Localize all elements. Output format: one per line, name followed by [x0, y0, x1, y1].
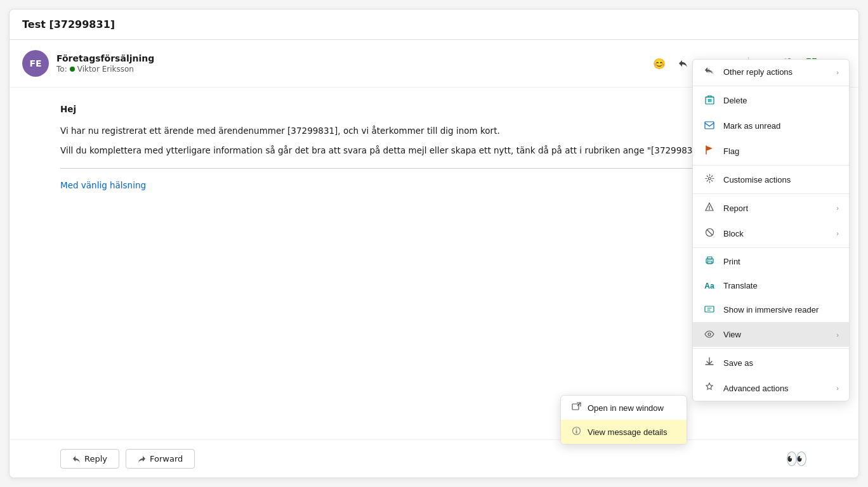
- email-footer: Reply Forward 👀: [10, 439, 858, 477]
- flag-label: Flag: [723, 146, 739, 156]
- translate-label: Translate: [723, 281, 758, 290]
- save-as-item[interactable]: Save as: [693, 350, 849, 375]
- recipient-line: To: Viktor Eriksson: [56, 65, 649, 74]
- reply-button-toolbar[interactable]: [673, 53, 694, 74]
- open-in-new-window-label: Open in new window: [588, 403, 664, 413]
- svg-point-22: [708, 333, 711, 335]
- sender-info: Företagsförsäljning To: Viktor Eriksson: [56, 53, 649, 74]
- open-new-window-icon: [571, 402, 581, 413]
- report-chevron-icon: ›: [836, 204, 839, 212]
- advanced-actions-icon: [703, 382, 716, 394]
- reply-button[interactable]: Reply: [60, 449, 119, 469]
- save-as-icon: [703, 357, 716, 368]
- other-reply-actions-label: Other reply actions: [723, 67, 792, 77]
- svg-rect-21: [705, 306, 714, 312]
- report-icon: [703, 202, 716, 214]
- immersive-reader-icon: [703, 304, 716, 315]
- submenu-popup: Open in new window View message details: [560, 395, 687, 445]
- emoji-reaction-button[interactable]: 😊: [649, 53, 669, 74]
- chevron-right-icon: ›: [836, 68, 839, 76]
- svg-rect-13: [705, 122, 714, 129]
- other-reply-icon: [703, 67, 716, 77]
- delete-label: Delete: [723, 96, 747, 105]
- customise-icon: [703, 174, 716, 185]
- svg-rect-8: [572, 404, 579, 410]
- svg-point-14: [708, 178, 711, 180]
- block-label: Block: [723, 229, 744, 238]
- email-card: Test [37299831] FE Företagsförsäljning T…: [9, 9, 859, 478]
- translate-item[interactable]: Aa Translate: [693, 274, 849, 297]
- mark-as-unread-item[interactable]: Mark as unread: [693, 114, 849, 138]
- customise-actions-label: Customise actions: [723, 175, 791, 185]
- sender-name: Företagsförsäljning: [56, 53, 649, 63]
- forward-label: Forward: [150, 454, 183, 464]
- menu-divider-4: [693, 247, 849, 248]
- recipient-name: Viktor Eriksson: [77, 65, 134, 74]
- reply-label: Reply: [84, 454, 107, 464]
- report-item[interactable]: Report ›: [693, 195, 849, 221]
- svg-point-15: [709, 209, 709, 210]
- view-icon: [703, 329, 716, 340]
- immersive-reader-item[interactable]: Show in immersive reader: [693, 297, 849, 322]
- view-message-details-icon: [571, 426, 581, 438]
- block-icon: [703, 228, 716, 239]
- translate-icon: Aa: [703, 282, 716, 290]
- mark-unread-icon: [703, 120, 716, 131]
- delete-icon: [703, 94, 716, 107]
- menu-divider-3: [693, 193, 849, 194]
- menu-divider-1: [693, 86, 849, 86]
- menu-divider-2: [693, 165, 849, 166]
- title-text: Test [37299831]: [22, 18, 115, 30]
- advanced-actions-chevron-icon: ›: [836, 384, 839, 392]
- report-label: Report: [723, 204, 748, 213]
- print-item[interactable]: Print: [693, 249, 849, 274]
- advanced-actions-label: Advanced actions: [723, 384, 789, 393]
- online-status-dot: [70, 67, 75, 72]
- forward-button[interactable]: Forward: [126, 449, 195, 469]
- print-icon: [703, 256, 716, 267]
- dropdown-menu: Other reply actions › Delete: [692, 59, 850, 401]
- flag-item[interactable]: Flag: [693, 138, 849, 164]
- save-as-label: Save as: [723, 358, 753, 368]
- svg-point-20: [707, 260, 707, 261]
- eyes-emoji: 👀: [786, 448, 808, 469]
- delete-item[interactable]: Delete: [693, 88, 849, 114]
- print-label: Print: [723, 257, 740, 266]
- view-message-details-label: View message details: [588, 427, 667, 437]
- view-item[interactable]: View ›: [693, 322, 849, 347]
- block-chevron-icon: ›: [836, 230, 839, 237]
- other-reply-actions-item[interactable]: Other reply actions ›: [693, 60, 849, 84]
- block-item[interactable]: Block ›: [693, 221, 849, 246]
- open-in-new-window-item[interactable]: Open in new window: [561, 396, 687, 420]
- email-title: Test [37299831]: [10, 10, 858, 40]
- customise-actions-item[interactable]: Customise actions: [693, 167, 849, 192]
- menu-divider-5: [693, 348, 849, 349]
- immersive-reader-label: Show in immersive reader: [723, 305, 819, 315]
- to-label: To:: [56, 65, 67, 74]
- svg-point-10: [575, 429, 577, 430]
- mark-as-unread-label: Mark as unread: [723, 121, 780, 131]
- view-label: View: [723, 330, 741, 339]
- view-message-details-item[interactable]: View message details: [561, 420, 687, 444]
- flag-icon: [703, 145, 716, 157]
- advanced-actions-item[interactable]: Advanced actions ›: [693, 375, 849, 401]
- svg-rect-11: [575, 431, 577, 434]
- view-chevron-icon: ›: [836, 331, 839, 339]
- avatar: FE: [22, 50, 49, 77]
